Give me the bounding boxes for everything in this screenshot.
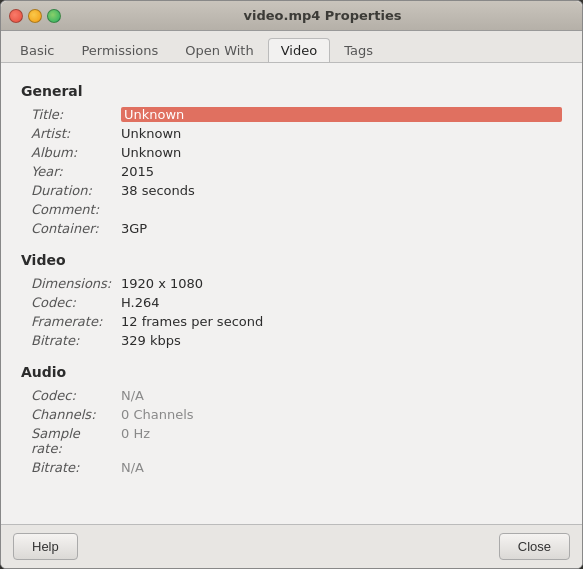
album-value: Unknown	[121, 145, 562, 160]
container-label: Container:	[31, 221, 121, 236]
video-properties: Dimensions: 1920 x 1080 Codec: H.264 Fra…	[31, 276, 562, 348]
tab-video[interactable]: Video	[268, 38, 330, 62]
titlebar-buttons	[9, 9, 61, 23]
audio-properties: Codec: N/A Channels: 0 Channels Sample r…	[31, 388, 562, 475]
dimensions-label: Dimensions:	[31, 276, 121, 291]
audio-bitrate-value: N/A	[121, 460, 562, 475]
properties-window: video.mp4 Properties Basic Permissions O…	[0, 0, 583, 569]
tabbar: Basic Permissions Open With Video Tags	[1, 31, 582, 63]
tab-basic[interactable]: Basic	[7, 38, 67, 62]
video-bitrate-label: Bitrate:	[31, 333, 121, 348]
framerate-value: 12 frames per second	[121, 314, 562, 329]
window-title: video.mp4 Properties	[71, 8, 574, 23]
general-properties: Title: Unknown Artist: Unknown Album: Un…	[31, 107, 562, 236]
video-section-heading: Video	[21, 252, 562, 268]
minimize-icon[interactable]	[28, 9, 42, 23]
general-section-heading: General	[21, 83, 562, 99]
tab-openwith[interactable]: Open With	[172, 38, 266, 62]
close-button[interactable]: Close	[499, 533, 570, 560]
album-label: Album:	[31, 145, 121, 160]
close-icon[interactable]	[9, 9, 23, 23]
video-codec-value: H.264	[121, 295, 562, 310]
audio-codec-label: Codec:	[31, 388, 121, 403]
container-value: 3GP	[121, 221, 562, 236]
help-button[interactable]: Help	[13, 533, 78, 560]
artist-value: Unknown	[121, 126, 562, 141]
audio-bitrate-label: Bitrate:	[31, 460, 121, 475]
audio-section-heading: Audio	[21, 364, 562, 380]
duration-value: 38 seconds	[121, 183, 562, 198]
audio-codec-value: N/A	[121, 388, 562, 403]
tab-permissions[interactable]: Permissions	[68, 38, 171, 62]
year-value: 2015	[121, 164, 562, 179]
comment-label: Comment:	[31, 202, 121, 217]
year-label: Year:	[31, 164, 121, 179]
channels-label: Channels:	[31, 407, 121, 422]
framerate-label: Framerate:	[31, 314, 121, 329]
channels-value: 0 Channels	[121, 407, 562, 422]
video-codec-label: Codec:	[31, 295, 121, 310]
video-bitrate-value: 329 kbps	[121, 333, 562, 348]
title-label: Title:	[31, 107, 121, 122]
titlebar: video.mp4 Properties	[1, 1, 582, 31]
comment-value	[121, 202, 562, 217]
content-area: General Title: Unknown Artist: Unknown A…	[1, 63, 582, 524]
title-value: Unknown	[121, 107, 562, 122]
duration-label: Duration:	[31, 183, 121, 198]
artist-label: Artist:	[31, 126, 121, 141]
maximize-icon[interactable]	[47, 9, 61, 23]
samplerate-label: Sample rate:	[31, 426, 121, 456]
tab-tags[interactable]: Tags	[331, 38, 386, 62]
samplerate-value: 0 Hz	[121, 426, 562, 456]
footer: Help Close	[1, 524, 582, 568]
dimensions-value: 1920 x 1080	[121, 276, 562, 291]
